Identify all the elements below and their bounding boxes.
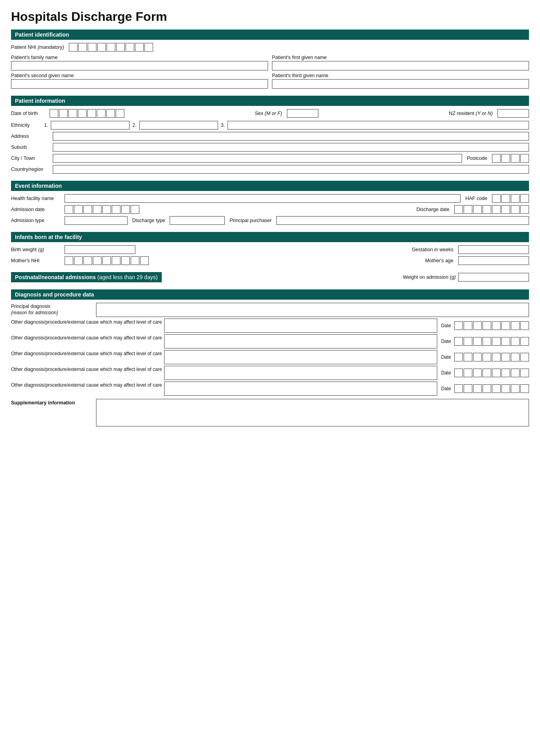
third-given-name-input[interactable] [272, 79, 529, 89]
nhi-box-9[interactable] [144, 43, 153, 52]
postnatal-header-row: Postnatal/neonatal admissions (aged less… [11, 272, 529, 282]
facility-row: Health facility name HAF code [11, 194, 529, 203]
mothers-nhi-label: Mother's NHI [11, 258, 62, 263]
diagnosis-header: Diagnosis and procedure data [11, 289, 529, 300]
gestation-label: Gestation in weeks [412, 247, 453, 252]
haf-code-label: HAF code [465, 196, 487, 201]
suburb-input[interactable] [53, 143, 529, 152]
other-diagnosis-row-2: Other diagnosis/procedure/external cause… [11, 334, 529, 348]
first-given-name-field-group: Patient's first given name [272, 55, 529, 70]
admission-date-boxes [65, 205, 139, 214]
principal-diagnosis-label: Principal diagnosis (reason for admissio… [11, 303, 94, 317]
other-diagnosis-date-group-4: Date [440, 366, 529, 380]
dob-boxes [50, 109, 124, 118]
mothers-nhi-row: Mother's NHI Mother's age [11, 256, 529, 265]
nhi-box-5[interactable] [107, 43, 115, 52]
dob-label: Date of birth [11, 111, 46, 116]
second-given-name-field-group: Patient's second given name [11, 73, 268, 89]
nhi-box-6[interactable] [116, 43, 125, 52]
diagnosis-section: Diagnosis and procedure data Principal d… [11, 289, 529, 426]
sex-input[interactable] [287, 109, 318, 118]
second-given-name-input[interactable] [11, 79, 268, 89]
family-name-input[interactable] [11, 61, 268, 70]
ethnicity-2-input[interactable] [139, 121, 218, 130]
discharge-date-label: Discharge date [416, 207, 449, 212]
weight-on-admission-label: Weight on admission (g) [403, 274, 456, 280]
nhi-box-7[interactable] [126, 43, 134, 52]
page-title: Hospitals Discharge Form [11, 9, 529, 24]
first-given-name-input[interactable] [272, 61, 529, 70]
ethnicity-3-input[interactable] [227, 121, 529, 130]
discharge-type-label: Discharge type [132, 218, 165, 223]
ethnicity-1-label: 1. [44, 122, 48, 128]
other-diagnosis-input-1[interactable] [164, 319, 437, 333]
facility-name-input[interactable] [65, 194, 460, 203]
gestation-input[interactable] [458, 245, 529, 254]
principal-purchaser-label: Principal purchaser [229, 218, 272, 223]
supplementary-row: Supplementary information [11, 399, 529, 426]
principal-purchaser-input[interactable] [276, 216, 529, 225]
birth-weight-row: Birth weight (g) Gestation in weeks [11, 245, 529, 254]
ethnicity-3-label: 3. [221, 122, 225, 128]
principal-diagnosis-input[interactable] [96, 303, 529, 317]
other-diagnosis-date-group-2: Date [440, 334, 529, 348]
other-diagnosis-row-1: Other diagnosis/procedure/external cause… [11, 319, 529, 333]
supplementary-label: Supplementary information [11, 399, 94, 426]
other-diagnosis-label-5: Other diagnosis/procedure/external cause… [11, 382, 162, 396]
city-input[interactable] [53, 154, 462, 163]
other-diagnosis-input-4[interactable] [164, 366, 437, 380]
infants-born-section: Infants born at the facility Birth weigh… [11, 232, 529, 265]
admission-date-row: Admission date Discharge date [11, 205, 529, 214]
nz-resident-label: NZ resident (Y or N) [449, 111, 493, 116]
ethnicity-row: Ethnicity 1. 2. 3. [11, 121, 529, 130]
country-label: Country/region [11, 167, 50, 172]
postnatal-section: Postnatal/neonatal admissions (aged less… [11, 272, 529, 282]
admission-date-label: Admission date [11, 207, 62, 212]
postcode-label: Postcode [467, 156, 487, 161]
ethnicity-1-input[interactable] [51, 121, 129, 130]
haf-code-boxes [492, 194, 529, 203]
patient-information-section: Patient information Date of birth Sex (M… [11, 96, 529, 174]
discharge-type-input[interactable] [170, 216, 225, 225]
address-input[interactable] [53, 132, 529, 141]
weight-on-admission-input[interactable] [458, 273, 529, 282]
infants-born-header: Infants born at the facility [11, 232, 529, 242]
mothers-age-label: Mother's age [425, 258, 453, 263]
nz-resident-input[interactable] [497, 109, 529, 118]
admission-type-row: Admission type Discharge type Principal … [11, 216, 529, 225]
mothers-age-input[interactable] [458, 256, 529, 265]
other-diagnosis-input-2[interactable] [164, 334, 437, 348]
birth-weight-input[interactable] [65, 245, 135, 254]
first-given-name-label: Patient's first given name [272, 55, 529, 60]
sex-label: Sex (M or F) [255, 111, 282, 116]
other-diagnosis-input-5[interactable] [164, 382, 437, 396]
birth-weight-label: Birth weight (g) [11, 247, 62, 252]
admission-type-input[interactable] [65, 216, 128, 225]
postcode-boxes [492, 154, 529, 163]
suburb-row: Suburb [11, 143, 529, 152]
nhi-box-3[interactable] [88, 43, 96, 52]
other-diagnosis-input-3[interactable] [164, 350, 437, 364]
third-given-name-field-group: Patient's third given name [272, 73, 529, 89]
nhi-box-8[interactable] [135, 43, 144, 52]
other-diagnosis-label-3: Other diagnosis/procedure/external cause… [11, 350, 162, 364]
nhi-box-4[interactable] [97, 43, 106, 52]
address-row: Address [11, 132, 529, 141]
postnatal-header: Postnatal/neonatal admissions (aged less… [11, 272, 162, 282]
family-name-field-group: Patient's family name [11, 55, 268, 70]
country-row: Country/region [11, 165, 529, 174]
other-diagnosis-date-group-5: Date [440, 382, 529, 396]
nhi-boxes [69, 43, 153, 52]
other-diagnosis-row-5: Other diagnosis/procedure/external cause… [11, 382, 529, 396]
other-diagnosis-label-1: Other diagnosis/procedure/external cause… [11, 319, 162, 333]
principal-diagnosis-row: Principal diagnosis (reason for admissio… [11, 303, 529, 317]
supplementary-input[interactable] [96, 399, 529, 426]
patient-identification-header: Patient identification [11, 30, 529, 40]
discharge-date-boxes [454, 205, 529, 214]
suburb-label: Suburb [11, 145, 50, 150]
patient-identification-section: Patient identification Patient NHI (mand… [11, 30, 529, 89]
nhi-box-1[interactable] [69, 43, 78, 52]
nhi-box-2[interactable] [78, 43, 87, 52]
city-row: City / Town Postcode [11, 154, 529, 163]
country-input[interactable] [53, 165, 529, 174]
